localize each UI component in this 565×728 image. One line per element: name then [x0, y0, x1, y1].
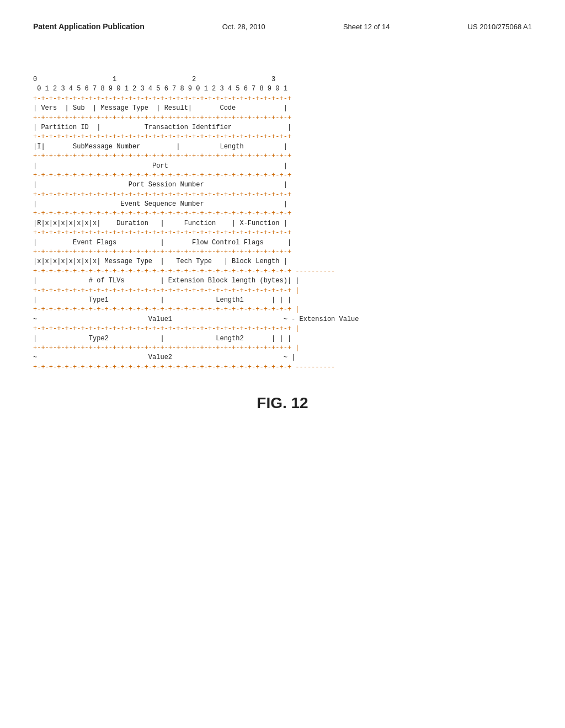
page-header: Patent Application Publication Oct. 28, …	[33, 22, 532, 31]
diagram-line: +-+-+-+-+-+-+-+-+-+-+-+-+-+-+-+-+-+-+-+-…	[33, 171, 532, 180]
diagram-line: +-+-+-+-+-+-+-+-+-+-+-+-+-+-+-+-+-+-+-+-…	[33, 190, 532, 200]
diagram-line: 0 1 2 3	[33, 75, 532, 84]
diagram-line: | Event Sequence Number |	[33, 200, 532, 209]
diagram-line: |R|x|x|x|x|x|x|x| Duration | Function | …	[33, 219, 532, 228]
diagram-line: ~ Value1 ~ - Extension Value	[33, 315, 532, 324]
diagram-line: +-+-+-+-+-+-+-+-+-+-+-+-+-+-+-+-+-+-+-+-…	[33, 209, 532, 218]
diagram-line: | Port Session Number |	[33, 180, 532, 190]
diagram-line: 0 1 2 3 4 5 6 7 8 9 0 1 2 3 4 5 6 7 8 9 …	[33, 84, 532, 94]
diagram-line: +-+-+-+-+-+-+-+-+-+-+-+-+-+-+-+-+-+-+-+-…	[33, 286, 532, 296]
diagram-line: +-+-+-+-+-+-+-+-+-+-+-+-+-+-+-+-+-+-+-+-…	[33, 324, 532, 334]
diagram-line: +-+-+-+-+-+-+-+-+-+-+-+-+-+-+-+-+-+-+-+-…	[33, 363, 532, 372]
diagram-line: +-+-+-+-+-+-+-+-+-+-+-+-+-+-+-+-+-+-+-+-…	[33, 94, 532, 104]
diagram-line: | Type2 | Length2 | | |	[33, 334, 532, 344]
diagram-line: +-+-+-+-+-+-+-+-+-+-+-+-+-+-+-+-+-+-+-+-…	[33, 152, 532, 161]
figure-caption: FIG. 12	[33, 394, 532, 412]
header-patent-number: US 2010/275068 A1	[468, 23, 532, 31]
diagram-line: | Vers | Sub | Message Type | Result| Co…	[33, 104, 532, 113]
diagram-line: | Port |	[33, 162, 532, 171]
page: Patent Application Publication Oct. 28, …	[0, 0, 565, 728]
diagram-line: +-+-+-+-+-+-+-+-+-+-+-+-+-+-+-+-+-+-+-+-…	[33, 248, 532, 257]
diagram-line: | # of TLVs | Extension Block length (by…	[33, 276, 532, 286]
diagram-line: | Partition ID | Transaction Identifier …	[33, 123, 532, 132]
diagram-line: +-+-+-+-+-+-+-+-+-+-+-+-+-+-+-+-+-+-+-+-…	[33, 132, 532, 142]
diagram-line: |x|x|x|x|x|x|x|x| Message Type | Tech Ty…	[33, 257, 532, 266]
diagram-line: | Type1 | Length1 | | |	[33, 296, 532, 305]
diagram-line: ~ Value2 ~ |	[33, 353, 532, 362]
diagram-line: +-+-+-+-+-+-+-+-+-+-+-+-+-+-+-+-+-+-+-+-…	[33, 267, 532, 276]
header-publication-label: Patent Application Publication	[33, 22, 145, 31]
diagram-line: +-+-+-+-+-+-+-+-+-+-+-+-+-+-+-+-+-+-+-+-…	[33, 114, 532, 123]
diagram-line: +-+-+-+-+-+-+-+-+-+-+-+-+-+-+-+-+-+-+-+-…	[33, 305, 532, 314]
diagram-line: +-+-+-+-+-+-+-+-+-+-+-+-+-+-+-+-+-+-+-+-…	[33, 228, 532, 238]
header-date: Oct. 28, 2010	[222, 23, 265, 31]
diagram-line: |I| SubMessage Number | Length |	[33, 142, 532, 152]
header-sheet: Sheet 12 of 14	[343, 23, 390, 31]
diagram-line: | Event Flags | Flow Control Flags |	[33, 238, 532, 248]
protocol-diagram: 0 1 2 3 0 1 2 3 4 5 6 7 8 9 0 1 2 3 4 5 …	[33, 75, 532, 372]
diagram-line: +-+-+-+-+-+-+-+-+-+-+-+-+-+-+-+-+-+-+-+-…	[33, 344, 532, 353]
